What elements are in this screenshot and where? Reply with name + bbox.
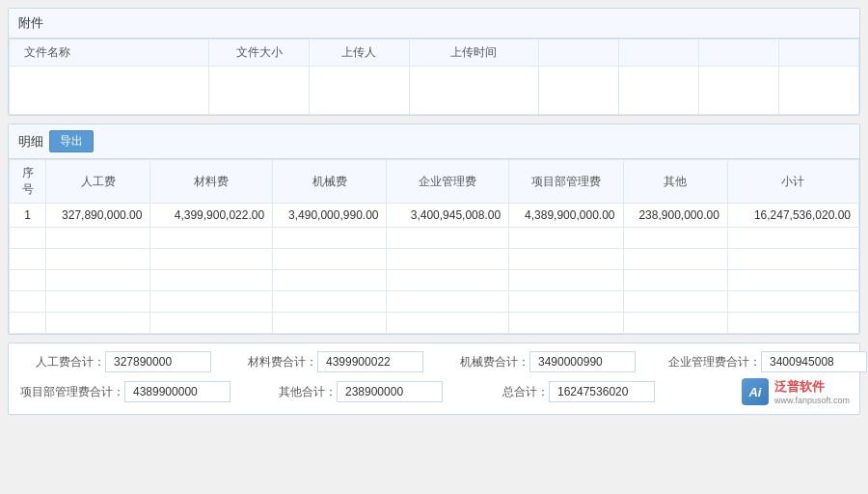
- col-subtotal: 小计: [727, 160, 858, 204]
- row1-project-mgmt: 4,389,900,000.00: [509, 204, 623, 228]
- row1-labor: 327,890,000.00: [46, 204, 150, 228]
- labor-total-label: 人工费合计：: [18, 354, 105, 370]
- empty-cell-6: [619, 67, 699, 115]
- col-filename: 文件名称: [10, 40, 209, 67]
- attachment-header: 附件: [9, 9, 859, 39]
- material-total-label: 材料费合计：: [231, 354, 317, 370]
- empty-cell-2: [209, 67, 310, 115]
- summary-row-1: 人工费合计： 327890000 材料费合计： 4399900022 机械费合计…: [18, 351, 850, 372]
- detail-header: 明细 导出: [9, 124, 859, 159]
- attachment-table: 文件名称 文件大小 上传人 上传时间: [9, 39, 859, 115]
- col-extra3: [699, 40, 779, 67]
- grand-total-value: 16247536020: [549, 381, 655, 402]
- row1-machinery: 3,490,000,990.00: [273, 204, 387, 228]
- detail-title: 明细: [18, 133, 43, 151]
- row1-enterprise: 3,400,945,008.00: [387, 204, 509, 228]
- detail-empty-row-2: [10, 249, 859, 270]
- col-extra4: [779, 40, 859, 67]
- labor-total-value: 327890000: [105, 351, 211, 372]
- other-total-label: 其他合计：: [250, 384, 337, 400]
- attachment-title: 附件: [18, 14, 43, 32]
- enterprise-total-value: 3400945008: [761, 351, 867, 372]
- col-extra2: [619, 40, 699, 67]
- logo-icon: Ai: [742, 378, 769, 405]
- empty-cell-3: [309, 67, 409, 115]
- website: www.fanpusoft.com: [774, 396, 850, 406]
- col-other: 其他: [623, 160, 727, 204]
- col-filesize: 文件大小: [209, 40, 310, 67]
- other-total-value: 238900000: [337, 381, 443, 402]
- detail-empty-row-5: [10, 313, 859, 334]
- detail-empty-row-1: [10, 228, 859, 249]
- summary-section: 人工费合计： 327890000 材料费合计： 4399900022 机械费合计…: [8, 343, 860, 415]
- detail-empty-row-3: [10, 270, 859, 291]
- enterprise-total-label: 企业管理费合计：: [655, 354, 761, 370]
- attachment-section: 附件 文件名称 文件大小 上传人 上传时间: [8, 8, 860, 116]
- col-uploadtime: 上传时间: [409, 40, 539, 67]
- machinery-total-label: 机械费合计：: [443, 354, 529, 370]
- col-index: 序号: [10, 160, 46, 204]
- detail-empty-row-4: [10, 291, 859, 313]
- detail-row-1: 1 327,890,000.00 4,399,900,022.00 3,490,…: [10, 204, 859, 228]
- machinery-total-value: 3490000990: [529, 351, 636, 372]
- empty-cell-5: [539, 67, 619, 115]
- export-button[interactable]: 导出: [49, 130, 94, 152]
- project-mgmt-total-label: 项目部管理费合计：: [18, 384, 124, 400]
- summary-row-2: 项目部管理费合计： 4389900000 其他合计： 238900000 总合计…: [18, 378, 850, 406]
- col-machinery: 机械费: [273, 160, 387, 204]
- empty-cell-8: [779, 67, 859, 115]
- project-mgmt-total-value: 4389900000: [124, 381, 231, 402]
- row1-other: 238,900,000.00: [623, 204, 727, 228]
- empty-cell-1: [10, 67, 209, 115]
- logo-area: Ai 泛普软件 www.fanpusoft.com: [742, 378, 850, 406]
- material-total-value: 4399900022: [317, 351, 423, 372]
- row1-subtotal: 16,247,536,020.00: [727, 204, 858, 228]
- detail-section: 明细 导出 序号 人工费 材料费 机械费 企业管理费 项目部管理费 其他 小计 …: [8, 124, 860, 335]
- row1-index: 1: [10, 204, 46, 228]
- grand-total-label: 总合计：: [462, 384, 549, 400]
- col-material: 材料费: [150, 160, 273, 204]
- col-project-mgmt: 项目部管理费: [509, 160, 623, 204]
- row1-material: 4,399,900,022.00: [150, 204, 273, 228]
- logo-text-block: 泛普软件 www.fanpusoft.com: [774, 378, 850, 406]
- empty-cell-7: [699, 67, 779, 115]
- col-enterprise: 企业管理费: [387, 160, 509, 204]
- attachment-empty-row: [10, 67, 859, 115]
- col-uploader: 上传人: [309, 40, 409, 67]
- detail-table: 序号 人工费 材料费 机械费 企业管理费 项目部管理费 其他 小计 1 327,…: [9, 159, 859, 334]
- brand-name: 泛普软件: [774, 378, 850, 396]
- detail-header-row: 序号 人工费 材料费 机械费 企业管理费 项目部管理费 其他 小计: [10, 160, 859, 204]
- col-extra1: [539, 40, 619, 67]
- col-labor: 人工费: [46, 160, 150, 204]
- attachment-header-row: 文件名称 文件大小 上传人 上传时间: [10, 40, 859, 67]
- logo-icon-text: Ai: [748, 385, 761, 399]
- empty-cell-4: [409, 67, 539, 115]
